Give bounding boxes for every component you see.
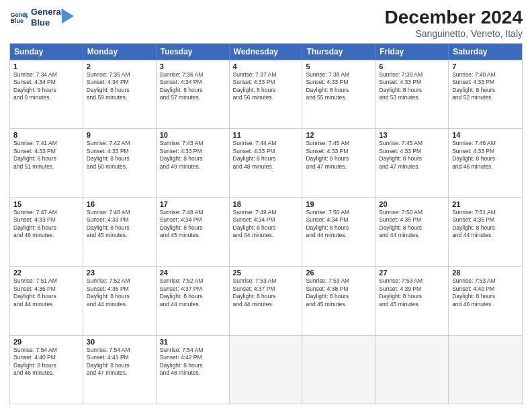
day-number: 1 <box>13 62 79 71</box>
day-number: 26 <box>306 269 371 277</box>
cell-line: Sunset: 4:33 PM <box>160 148 226 155</box>
cell-line: Daylight: 8 hours <box>379 293 445 300</box>
calendar-header-cell: Friday <box>375 44 449 60</box>
title-block: December 2024 Sanguinetto, Veneto, Italy <box>385 7 523 39</box>
logo: General Blue General Blue <box>9 7 74 28</box>
header: General Blue General Blue December 2024 … <box>9 7 523 39</box>
cell-line: Daylight: 8 hours <box>379 155 445 163</box>
calendar-cell: 20Sunrise: 7:50 AMSunset: 4:35 PMDayligh… <box>375 198 449 266</box>
day-number: 8 <box>13 131 79 139</box>
page: General Blue General Blue December 2024 … <box>0 0 532 411</box>
cell-line: Sunrise: 7:47 AM <box>13 209 79 216</box>
cell-line: Sunrise: 7:44 AM <box>233 140 299 147</box>
calendar-cell: 15Sunrise: 7:47 AMSunset: 4:33 PMDayligh… <box>10 198 83 266</box>
day-number: 23 <box>87 269 152 277</box>
calendar-header-cell: Sunday <box>10 44 83 60</box>
calendar-header-cell: Saturday <box>449 44 522 60</box>
cell-line: Daylight: 8 hours <box>160 87 226 94</box>
cell-line: Sunrise: 7:45 AM <box>379 140 445 147</box>
cell-line: Sunset: 4:36 PM <box>13 285 79 293</box>
calendar-cell: 24Sunrise: 7:52 AMSunset: 4:37 PMDayligh… <box>157 267 230 334</box>
calendar-cell: 30Sunrise: 7:54 AMSunset: 4:41 PMDayligh… <box>83 336 157 404</box>
cell-line: and 57 minutes. <box>160 94 226 101</box>
arrow-icon <box>62 9 74 24</box>
logo-line1: General <box>31 7 63 17</box>
calendar-cell: 17Sunrise: 7:48 AMSunset: 4:34 PMDayligh… <box>157 198 230 266</box>
calendar-cell <box>449 336 522 404</box>
day-number: 20 <box>379 200 445 208</box>
calendar-cell: 23Sunrise: 7:52 AMSunset: 4:36 PMDayligh… <box>83 267 157 334</box>
cell-line: Sunrise: 7:51 AM <box>13 277 79 285</box>
cell-line: Daylight: 8 hours <box>452 87 519 94</box>
cell-line: Sunset: 4:40 PM <box>13 354 79 361</box>
calendar-cell: 2Sunrise: 7:35 AMSunset: 4:34 PMDaylight… <box>83 60 157 128</box>
day-number: 15 <box>13 200 79 208</box>
calendar-header-cell: Tuesday <box>157 44 230 60</box>
sub-title: Sanguinetto, Veneto, Italy <box>385 28 523 39</box>
cell-line: and 44 minutes. <box>233 232 299 239</box>
calendar-row: 8Sunrise: 7:41 AMSunset: 4:33 PMDaylight… <box>10 128 522 197</box>
cell-line: Sunrise: 7:54 AM <box>13 347 79 354</box>
cell-line: Sunset: 4:35 PM <box>379 216 445 224</box>
cell-line: Sunrise: 7:34 AM <box>13 71 79 79</box>
cell-line: Sunrise: 7:53 AM <box>233 277 299 285</box>
cell-line: Sunset: 4:33 PM <box>87 216 152 224</box>
calendar-cell: 9Sunrise: 7:42 AMSunset: 4:33 PMDaylight… <box>83 129 157 197</box>
cell-line: Daylight: 8 hours <box>306 224 371 232</box>
calendar-cell: 27Sunrise: 7:53 AMSunset: 4:39 PMDayligh… <box>375 267 449 334</box>
cell-line: Sunrise: 7:52 AM <box>87 277 152 285</box>
calendar-cell: 29Sunrise: 7:54 AMSunset: 4:40 PMDayligh… <box>10 336 83 404</box>
cell-line: Sunset: 4:33 PM <box>233 79 299 86</box>
day-number: 13 <box>379 131 445 139</box>
cell-line: Daylight: 8 hours <box>452 224 519 232</box>
cell-line: and 46 minutes. <box>13 369 79 377</box>
calendar-cell: 13Sunrise: 7:45 AMSunset: 4:33 PMDayligh… <box>375 129 449 197</box>
calendar-cell <box>302 336 375 404</box>
cell-line: Sunrise: 7:36 AM <box>160 71 226 79</box>
cell-line: Sunrise: 7:53 AM <box>452 277 519 285</box>
cell-line: Sunset: 4:34 PM <box>13 79 79 86</box>
cell-line: and 46 minutes. <box>13 232 79 239</box>
cell-line: Sunset: 4:35 PM <box>452 216 519 224</box>
cell-line: and 0 minutes. <box>13 94 79 101</box>
cell-line: and 56 minutes. <box>233 94 299 101</box>
cell-line: Sunrise: 7:41 AM <box>13 140 79 147</box>
cell-line: Sunset: 4:33 PM <box>379 148 445 155</box>
cell-line: Sunset: 4:36 PM <box>87 285 152 293</box>
cell-line: Sunset: 4:33 PM <box>452 148 519 155</box>
calendar-cell: 1Sunrise: 7:34 AMSunset: 4:34 PMDaylight… <box>10 60 83 128</box>
cell-line: Sunset: 4:33 PM <box>379 79 445 86</box>
calendar-cell: 31Sunrise: 7:54 AMSunset: 4:42 PMDayligh… <box>157 336 230 404</box>
calendar-cell <box>375 336 449 404</box>
cell-line: Sunrise: 7:51 AM <box>452 209 519 216</box>
day-number: 3 <box>160 62 226 71</box>
calendar-cell: 19Sunrise: 7:50 AMSunset: 4:34 PMDayligh… <box>302 198 375 266</box>
cell-line: Sunset: 4:37 PM <box>160 285 226 293</box>
cell-line: Sunset: 4:34 PM <box>160 216 226 224</box>
day-number: 17 <box>160 200 226 208</box>
calendar-header-cell: Monday <box>83 44 157 60</box>
cell-line: Sunrise: 7:52 AM <box>160 277 226 285</box>
calendar-row: 29Sunrise: 7:54 AMSunset: 4:40 PMDayligh… <box>10 335 522 404</box>
day-number: 29 <box>13 338 79 346</box>
cell-line: and 49 minutes. <box>160 163 226 171</box>
cell-line: Sunrise: 7:45 AM <box>306 140 371 147</box>
cell-line: Daylight: 8 hours <box>160 362 226 369</box>
day-number: 2 <box>87 62 152 71</box>
cell-line: and 47 minutes. <box>87 369 152 377</box>
cell-line: Sunset: 4:33 PM <box>452 79 519 86</box>
day-number: 16 <box>87 200 152 208</box>
cell-line: Sunset: 4:33 PM <box>13 216 79 224</box>
calendar: SundayMondayTuesdayWednesdayThursdayFrid… <box>9 43 523 404</box>
calendar-cell: 3Sunrise: 7:36 AMSunset: 4:34 PMDaylight… <box>157 60 230 128</box>
calendar-cell: 22Sunrise: 7:51 AMSunset: 4:36 PMDayligh… <box>10 267 83 334</box>
cell-line: Daylight: 8 hours <box>13 155 79 163</box>
cell-line: Daylight: 8 hours <box>160 224 226 232</box>
cell-line: and 45 minutes. <box>306 301 371 308</box>
day-number: 5 <box>306 62 371 71</box>
cell-line: Sunrise: 7:38 AM <box>306 71 371 79</box>
cell-line: Daylight: 8 hours <box>87 155 152 163</box>
calendar-cell: 14Sunrise: 7:46 AMSunset: 4:33 PMDayligh… <box>449 129 522 197</box>
cell-line: Daylight: 9 hours <box>13 87 79 94</box>
cell-line: Sunrise: 7:35 AM <box>87 71 152 79</box>
